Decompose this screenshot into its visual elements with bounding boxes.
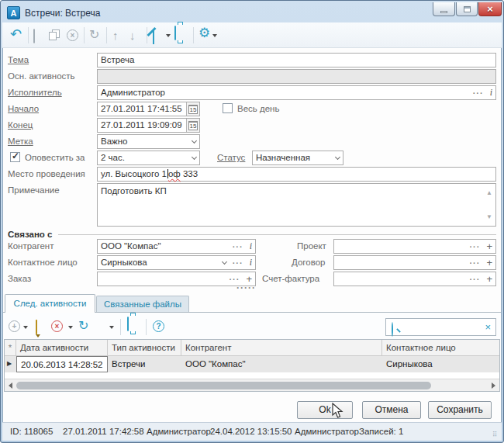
grid-cell-kontragent[interactable]: ООО "Компас" — [181, 356, 382, 372]
tema-input[interactable]: Встреча — [97, 53, 496, 67]
schet-faktura-lookup-icon[interactable]: ··· — [469, 276, 480, 282]
metka-dropdown-icon[interactable] — [192, 138, 197, 144]
close-button[interactable]: × — [478, 2, 502, 16]
zakaz-input[interactable]: ···+ — [97, 272, 256, 286]
dogovor-lookup-icon[interactable]: ··· — [469, 260, 480, 266]
kontaktnoe-litso-info-icon[interactable]: i — [250, 256, 252, 269]
add-record-icon[interactable]: + — [9, 320, 20, 332]
schet-faktura-input[interactable]: ···+ — [333, 272, 496, 286]
help-icon[interactable]: ? — [153, 320, 164, 332]
zakaz-lookup-icon[interactable]: ··· — [229, 276, 240, 282]
mesto-input[interactable]: ул. Высоцкого 1оф 333 — [97, 167, 496, 182]
column-header-type[interactable]: Тип активности — [108, 340, 181, 356]
ispolnitel-info-icon[interactable]: i — [490, 86, 492, 99]
related-group-line — [58, 234, 496, 235]
resize-grip[interactable]: ⠿ — [492, 431, 499, 438]
schet-faktura-add-icon[interactable]: + — [486, 272, 492, 286]
save-button[interactable]: Сохранить — [428, 401, 492, 419]
column-header-kontragent[interactable]: Контрагент — [181, 340, 382, 356]
refresh-icon[interactable]: ↻ — [89, 28, 99, 42]
field-label-tema[interactable]: Тема — [8, 55, 29, 64]
status-dropdown-icon[interactable] — [335, 154, 340, 160]
add-record-dropdown-icon[interactable] — [23, 326, 28, 329]
horizontal-scrollbar[interactable] — [5, 379, 499, 391]
edit-icon[interactable] — [153, 30, 154, 44]
mouse-cursor — [332, 403, 344, 420]
search-clear-icon[interactable]: × — [485, 321, 491, 333]
opovestit-checkbox[interactable]: ✓ — [10, 152, 20, 162]
nachalo-calendar-icon[interactable]: 15 — [186, 102, 199, 116]
grid-corner-icon[interactable]: * — [5, 340, 16, 356]
konets-calendar-icon[interactable]: 15 — [186, 119, 199, 132]
minimize-icon — [440, 11, 447, 13]
field-label-ispolnitel[interactable]: Исполнитель — [8, 88, 62, 97]
column-header-contact[interactable]: Контактное лицо — [382, 340, 499, 356]
refresh-grid-icon[interactable]: ↻ — [78, 318, 88, 333]
scroll-left-icon[interactable] — [9, 382, 12, 389]
maximize-button[interactable] — [456, 2, 478, 16]
delete-record-icon[interactable]: × — [51, 320, 63, 332]
column-header-date[interactable]: Дата активности — [16, 340, 108, 356]
grid-cell-date[interactable]: 20.06.2013 14:28:52 — [16, 356, 108, 372]
maximize-icon — [464, 6, 471, 12]
splitter-handle[interactable]: ····· — [236, 282, 256, 293]
scrollbar-thumb[interactable] — [16, 382, 431, 389]
konets-input[interactable]: 27.01.2011 19:09:09 15 — [97, 118, 200, 133]
dogovor-input[interactable]: ···+ — [333, 255, 496, 270]
back-icon[interactable]: ↶ — [10, 27, 22, 41]
kontaktnoe-litso-input[interactable]: Сирныкова ···i — [97, 255, 256, 270]
ok-button[interactable]: Ok — [297, 401, 353, 419]
status-select[interactable]: Назначенная — [252, 151, 343, 165]
scroll-down-icon[interactable]: ▼ — [486, 210, 492, 223]
print-icon[interactable] — [174, 26, 176, 40]
cancel-icon[interactable]: × — [67, 29, 78, 41]
kontragent-input[interactable]: ООО "Компас" ···i — [97, 239, 256, 254]
kontragent-info-icon[interactable]: i — [250, 240, 252, 253]
grid-cell-type[interactable]: Встречи — [108, 356, 181, 372]
proekt-input[interactable]: ···+ — [333, 239, 496, 254]
window-title: Встречи: Встреча — [25, 8, 100, 19]
scroll-right-icon[interactable] — [492, 382, 495, 389]
primechanie-textarea[interactable]: Подготовить КП ▲ ▼ — [97, 183, 496, 227]
print-grid-icon[interactable] — [127, 317, 129, 331]
opovestit-select[interactable]: 2 час. — [97, 151, 200, 165]
gear-dropdown-icon[interactable] — [212, 34, 217, 37]
ves-den-checkbox[interactable] — [223, 103, 233, 113]
new-document-icon[interactable] — [33, 29, 35, 43]
edit-record-icon[interactable] — [36, 320, 37, 334]
titlebar: A Встречи: Встреча × — [2, 2, 502, 22]
field-label-status[interactable]: Статус — [217, 153, 245, 162]
columns-dropdown-icon[interactable] — [109, 326, 114, 329]
ispolnitel-lookup-icon[interactable]: ··· — [473, 90, 484, 96]
nachalo-input[interactable]: 27.01.2011 17:41:55 15 — [97, 102, 200, 116]
meeting-window: A Встречи: Встреча × ↶ × ↻ ↑ ↓ ⚙ Тема Вс… — [0, 0, 504, 443]
ispolnitel-input[interactable]: Администратор ···i — [97, 85, 496, 100]
metka-select[interactable]: Важно — [97, 134, 200, 149]
opovestit-dropdown-icon[interactable] — [192, 154, 197, 160]
field-label-primechanie: Примечание — [8, 185, 60, 195]
move-down-icon[interactable]: ↓ — [129, 29, 136, 43]
minimize-button[interactable] — [433, 2, 455, 16]
move-up-icon[interactable]: ↑ — [112, 29, 119, 43]
search-icon — [392, 323, 393, 337]
field-label-konets[interactable]: Конец — [8, 120, 33, 130]
grid-cell-contact[interactable]: Сирныкова — [382, 356, 499, 372]
scroll-up-icon[interactable]: ▲ — [486, 186, 492, 199]
proekt-add-icon[interactable]: + — [486, 240, 492, 253]
search-input[interactable]: × — [385, 318, 496, 336]
field-label-dogovor: Договор — [292, 258, 325, 267]
status-updated-at: 24.04.2012 13:15:50 — [210, 427, 292, 436]
kontragent-lookup-icon[interactable]: ··· — [233, 244, 243, 250]
kontaktnoe-litso-dropdown-icon[interactable] — [222, 259, 227, 265]
field-label-nachalo[interactable]: Начало — [8, 104, 39, 113]
proekt-lookup-icon[interactable]: ··· — [469, 244, 480, 250]
field-label-metka[interactable]: Метка — [8, 137, 33, 146]
delete-record-dropdown-icon[interactable] — [68, 326, 73, 329]
tab-linked-files[interactable]: Связанные файлы — [96, 296, 189, 313]
kontaktnoe-litso-lookup-icon[interactable]: ··· — [233, 260, 243, 266]
cancel-dialog-button[interactable]: Отмена — [362, 401, 421, 419]
tab-next-activities[interactable]: След. активности — [5, 294, 95, 313]
gear-icon[interactable]: ⚙ — [198, 26, 210, 40]
edit-dropdown-icon[interactable] — [166, 34, 171, 37]
dogovor-add-icon[interactable]: + — [486, 256, 492, 269]
